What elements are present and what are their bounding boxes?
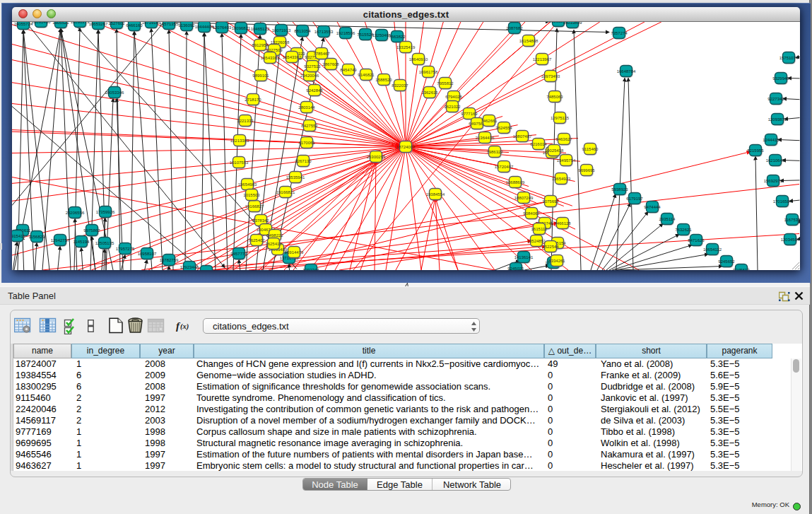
svg-text:1527602: 1527602 xyxy=(108,22,125,25)
svg-text:13524851: 13524851 xyxy=(527,239,546,243)
svg-text:10719185: 10719185 xyxy=(142,22,161,25)
svg-text:17016504: 17016504 xyxy=(773,199,792,204)
svg-text:9474444: 9474444 xyxy=(644,205,661,209)
svg-text:12942757: 12942757 xyxy=(51,238,70,243)
svg-text:15692971: 15692971 xyxy=(764,179,783,183)
svg-text:1015503: 1015503 xyxy=(243,193,260,197)
svg-text:8471626: 8471626 xyxy=(688,238,705,243)
svg-text:9227342: 9227342 xyxy=(767,97,784,101)
svg-text:10653267: 10653267 xyxy=(89,22,108,26)
svg-text:8334261: 8334261 xyxy=(548,259,565,263)
svg-text:2718170: 2718170 xyxy=(245,98,261,102)
svg-text:1615112: 1615112 xyxy=(531,227,548,231)
svg-text:7466128: 7466128 xyxy=(554,221,571,226)
svg-text:1075692: 1075692 xyxy=(542,199,559,204)
svg-text:10688609: 10688609 xyxy=(506,180,525,185)
svg-text:16154808: 16154808 xyxy=(519,39,539,43)
svg-text:8912954: 8912954 xyxy=(252,43,269,47)
svg-text:8427552: 8427552 xyxy=(301,124,318,128)
svg-text:9084067: 9084067 xyxy=(523,211,540,216)
svg-text:2522544: 2522544 xyxy=(542,245,559,249)
svg-text:20053346: 20053346 xyxy=(105,90,124,95)
svg-text:9899101: 9899101 xyxy=(252,74,269,78)
svg-text:1588520: 1588520 xyxy=(375,78,392,82)
svg-text:9777169: 9777169 xyxy=(461,112,478,116)
svg-text:9245612: 9245612 xyxy=(733,268,750,271)
svg-text:7462661: 7462661 xyxy=(481,119,498,123)
svg-text:8454749: 8454749 xyxy=(340,68,357,72)
svg-text:10444404: 10444404 xyxy=(195,25,214,29)
svg-text:2867608: 2867608 xyxy=(322,62,339,66)
svg-text:16713553: 16713553 xyxy=(314,30,334,34)
svg-text:10958107: 10958107 xyxy=(138,252,157,256)
svg-text:13325419: 13325419 xyxy=(396,45,416,49)
svg-text:13654923: 13654923 xyxy=(552,177,571,181)
svg-text:6179197: 6179197 xyxy=(626,197,643,201)
svg-text:7632621: 7632621 xyxy=(675,228,692,232)
svg-text:16033809: 16033809 xyxy=(563,22,582,25)
svg-text:10071913: 10071913 xyxy=(272,28,291,33)
svg-text:16782759: 16782759 xyxy=(160,258,179,262)
svg-text:16961758: 16961758 xyxy=(419,70,438,74)
svg-text:6466160: 6466160 xyxy=(126,23,143,28)
svg-text:10107553: 10107553 xyxy=(230,160,249,165)
svg-text:16096373: 16096373 xyxy=(71,22,90,24)
svg-text:1362615: 1362615 xyxy=(421,90,438,95)
svg-text:19166827: 19166827 xyxy=(245,204,264,209)
svg-text:19384554: 19384554 xyxy=(426,192,445,197)
svg-text:24055724: 24055724 xyxy=(14,22,33,26)
svg-text:7955812: 7955812 xyxy=(437,81,454,86)
svg-text:12034504: 12034504 xyxy=(781,238,800,242)
svg-text:20206556: 20206556 xyxy=(66,211,85,215)
svg-text:5498222: 5498222 xyxy=(266,233,283,238)
svg-text:18807249: 18807249 xyxy=(514,196,534,200)
svg-text:2803144: 2803144 xyxy=(298,105,315,110)
svg-text:18640910: 18640910 xyxy=(409,57,428,62)
svg-text:17957275: 17957275 xyxy=(116,247,135,251)
svg-text:4170061: 4170061 xyxy=(298,141,315,145)
svg-text:18096821: 18096821 xyxy=(232,26,251,30)
svg-text:9245021: 9245021 xyxy=(507,267,524,271)
svg-text:10025438: 10025438 xyxy=(545,148,564,153)
svg-text:1621022: 1621022 xyxy=(444,105,461,109)
svg-text:7485063: 7485063 xyxy=(546,95,563,99)
svg-text:1221333: 1221333 xyxy=(237,119,254,123)
svg-text:10465122: 10465122 xyxy=(251,27,270,31)
svg-text:2935114: 2935114 xyxy=(659,217,676,221)
svg-text:17359926: 17359926 xyxy=(96,210,115,214)
svg-text:15751074: 15751074 xyxy=(779,56,799,60)
svg-text:12975115: 12975115 xyxy=(551,116,570,120)
svg-text:14136141: 14136141 xyxy=(514,255,534,259)
svg-text:9245652: 9245652 xyxy=(718,259,735,264)
svg-text:9242848: 9242848 xyxy=(306,88,323,93)
svg-text:16571355: 16571355 xyxy=(160,22,179,26)
svg-text:1292344: 1292344 xyxy=(198,269,215,271)
svg-text:2087682: 2087682 xyxy=(506,26,523,30)
svg-text:9975867: 9975867 xyxy=(83,228,100,233)
svg-text:16914479: 16914479 xyxy=(285,250,304,255)
svg-text:7663822: 7663822 xyxy=(389,35,406,39)
svg-text:1156829: 1156829 xyxy=(29,235,46,239)
svg-text:15720407: 15720407 xyxy=(495,165,514,169)
svg-text:5938923: 5938923 xyxy=(611,187,628,192)
svg-text:16210643: 16210643 xyxy=(766,158,785,163)
svg-text:12076403: 12076403 xyxy=(213,25,232,30)
svg-text:1244415: 1244415 xyxy=(763,138,779,142)
svg-text:9329946: 9329946 xyxy=(772,76,789,81)
svg-text:9699695: 9699695 xyxy=(578,168,595,173)
svg-text:1905521: 1905521 xyxy=(52,22,69,25)
svg-text:16543362: 16543362 xyxy=(283,55,302,59)
svg-text:12093872: 12093872 xyxy=(768,117,787,122)
svg-text:12923446: 12923446 xyxy=(180,265,199,269)
svg-text:13535941: 13535941 xyxy=(286,175,305,180)
svg-text:25300295: 25300295 xyxy=(367,155,386,159)
svg-text:1145194: 1145194 xyxy=(73,240,90,244)
svg-text:7785467: 7785467 xyxy=(313,52,330,56)
svg-text:12213967: 12213967 xyxy=(533,57,552,62)
svg-text:16543382: 16543382 xyxy=(261,56,280,60)
svg-text:9146821: 9146821 xyxy=(358,73,375,77)
svg-text:10973493: 10973493 xyxy=(541,74,560,78)
svg-text:8215955: 8215955 xyxy=(747,148,764,153)
svg-text:20691406: 20691406 xyxy=(32,22,51,24)
svg-text:7986322: 7986322 xyxy=(486,150,503,154)
